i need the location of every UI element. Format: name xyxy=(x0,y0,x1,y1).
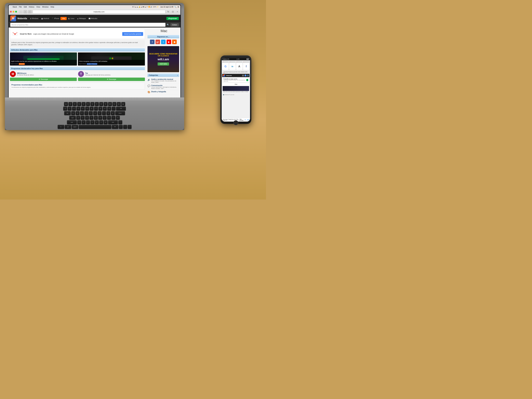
key-4[interactable]: 4 xyxy=(81,107,85,110)
key-6[interactable]: 6 xyxy=(90,107,94,110)
iphone-malavida-tab[interactable]: × Descarga Programas para Mac Gratis, So… xyxy=(222,71,250,93)
nav-articulos[interactable]: 📰Artículos xyxy=(87,17,99,20)
key-f1[interactable]: f1 xyxy=(69,102,72,106)
login-button[interactable]: Entrar xyxy=(171,23,179,26)
back-button[interactable]: ‹ xyxy=(19,10,23,13)
key-shift-left[interactable]: shift xyxy=(67,120,77,124)
category-design[interactable]: 🎨 Diseño y fotografía xyxy=(147,90,179,94)
right-ad-banner[interactable]: DESCUBRE CÓMO REINVENTAR UN CLÁSICO will… xyxy=(147,46,179,72)
key-f6[interactable]: f6 xyxy=(90,102,94,106)
menubar-file[interactable]: File xyxy=(19,6,22,8)
tor-download-button[interactable]: ⬇ Descargar xyxy=(78,78,145,81)
key-e[interactable]: e xyxy=(80,111,84,115)
key-2[interactable]: 2 xyxy=(72,107,76,110)
iphone-nav-icon[interactable]: ••• xyxy=(242,75,244,76)
key-r[interactable]: r xyxy=(84,111,88,115)
key-w[interactable]: w xyxy=(76,111,80,115)
key-f2[interactable]: f2 xyxy=(73,102,77,106)
key-l[interactable]: l xyxy=(112,116,115,120)
key-9[interactable]: 9 xyxy=(103,107,107,110)
key-caps[interactable]: caps xyxy=(69,116,76,120)
rss-icon[interactable]: ◉ xyxy=(172,40,177,44)
minimize-button[interactable] xyxy=(13,11,14,13)
new-tab-button[interactable]: + xyxy=(176,10,179,13)
key-esc[interactable]: esc xyxy=(64,102,68,106)
mega-download-button[interactable]: ⬇ Descargar xyxy=(10,78,77,81)
youtube-icon[interactable]: ▶ xyxy=(167,40,171,44)
article-card-1[interactable]: Apple tumba una ley que autoriza reparac… xyxy=(10,52,77,65)
iphone-ok-button[interactable]: OK xyxy=(247,119,249,120)
key-p[interactable]: p xyxy=(111,111,115,115)
key-shift-right[interactable]: shift xyxy=(108,120,118,124)
key-0[interactable]: 0 xyxy=(107,107,111,110)
menubar-edit[interactable]: Edit xyxy=(24,6,27,8)
iphone-home-button[interactable] xyxy=(233,120,238,125)
key-f4[interactable]: f4 xyxy=(82,102,86,106)
key-v[interactable]: v xyxy=(90,120,94,124)
register-button[interactable]: ¡Regístrate! xyxy=(166,17,179,20)
close-tab-linkedin-icon[interactable]: × xyxy=(230,61,230,63)
fullscreen-button[interactable] xyxy=(15,11,17,13)
iphone-tab-facebook[interactable]: × f xyxy=(243,61,249,70)
close-button[interactable] xyxy=(10,11,12,13)
key-f11[interactable]: f11 xyxy=(113,102,116,106)
key-z[interactable]: z xyxy=(77,120,81,124)
key-j[interactable]: j xyxy=(103,116,107,120)
twitter-icon[interactable]: t xyxy=(161,40,166,44)
iphone-new-tab-button[interactable]: + xyxy=(245,119,246,121)
key-right[interactable]: → xyxy=(128,125,132,129)
categories-arrow[interactable]: › xyxy=(177,74,178,76)
url-bar[interactable]: malavida.com xyxy=(33,10,165,13)
key-ctrl[interactable]: ctrl xyxy=(65,125,71,129)
iphone-search-icon[interactable]: 🔍 xyxy=(245,75,247,76)
search-input[interactable]: Buscar programas Mac xyxy=(10,23,165,27)
reload-button[interactable]: ↻ xyxy=(166,10,170,13)
site-logo-text[interactable]: Malavida xyxy=(18,17,27,20)
key-8[interactable]: 8 xyxy=(98,107,102,110)
menubar-history[interactable]: History xyxy=(29,6,34,8)
key-g[interactable]: g xyxy=(94,116,98,120)
key-h[interactable]: h xyxy=(98,116,102,120)
key-f5[interactable]: f5 xyxy=(86,102,90,106)
menubar-search-icon[interactable]: 🔍 xyxy=(174,6,177,8)
key-3[interactable]: 3 xyxy=(76,107,80,110)
key-option[interactable]: option xyxy=(72,125,78,129)
key-tilde[interactable]: § xyxy=(63,107,67,110)
facebook-icon[interactable]: f xyxy=(150,40,154,44)
iphone-tab-a[interactable]: × A xyxy=(236,61,242,70)
menubar-app-name[interactable]: Slack xyxy=(13,6,17,8)
nav-windows[interactable]: ⊞Windows xyxy=(29,17,40,20)
menubar-view[interactable]: View xyxy=(36,6,40,8)
key-power[interactable]: ⏻ xyxy=(121,102,125,106)
menubar-help[interactable]: Help xyxy=(51,6,54,8)
key-tab[interactable]: tab xyxy=(64,111,71,115)
key-backspace[interactable]: ⌫ xyxy=(116,107,126,110)
key-i[interactable]: i xyxy=(102,111,106,115)
key-c[interactable]: c xyxy=(86,120,90,124)
menubar-window[interactable]: Window xyxy=(42,6,49,8)
key-o[interactable]: o xyxy=(107,111,110,115)
key-k[interactable]: k xyxy=(107,116,111,120)
key-1[interactable]: 1 xyxy=(68,107,72,110)
nav-mac[interactable]: Mac xyxy=(60,17,67,20)
key-y[interactable]: y xyxy=(93,111,97,115)
iphone-poliza-ad[interactable]: PolizaWin al mejor precio Gestión para m… xyxy=(223,78,249,82)
key-a[interactable]: a xyxy=(76,116,80,120)
key-u[interactable]: u xyxy=(98,111,101,115)
key-m[interactable]: m xyxy=(104,120,108,124)
close-malavida-tab-icon[interactable]: × xyxy=(223,72,223,73)
key-minus[interactable]: - xyxy=(112,107,115,110)
nav-webapps[interactable]: ☁Webapps xyxy=(76,17,87,20)
article-card-2[interactable]: Cómo recuperar contraseñas Wifi olvidada… xyxy=(78,52,145,65)
iphone-user-icon[interactable]: 👤 xyxy=(247,75,249,76)
key-f12[interactable]: f12 xyxy=(117,102,121,106)
key-7[interactable]: 7 xyxy=(94,107,98,110)
key-f[interactable]: f xyxy=(89,116,93,120)
search-icon[interactable]: 🔍 xyxy=(167,24,169,26)
category-audio[interactable]: 🔊 Audio y producción musical DJs, Editor… xyxy=(147,78,179,84)
key-s[interactable]: s xyxy=(81,116,85,120)
nav-iphone[interactable]: 📱iPhone xyxy=(50,17,60,20)
menubar-notifications-icon[interactable]: ☰ xyxy=(177,6,179,8)
key-n[interactable]: n xyxy=(99,120,103,124)
trial-button[interactable]: Inicia la prueba gratuita xyxy=(122,32,143,36)
